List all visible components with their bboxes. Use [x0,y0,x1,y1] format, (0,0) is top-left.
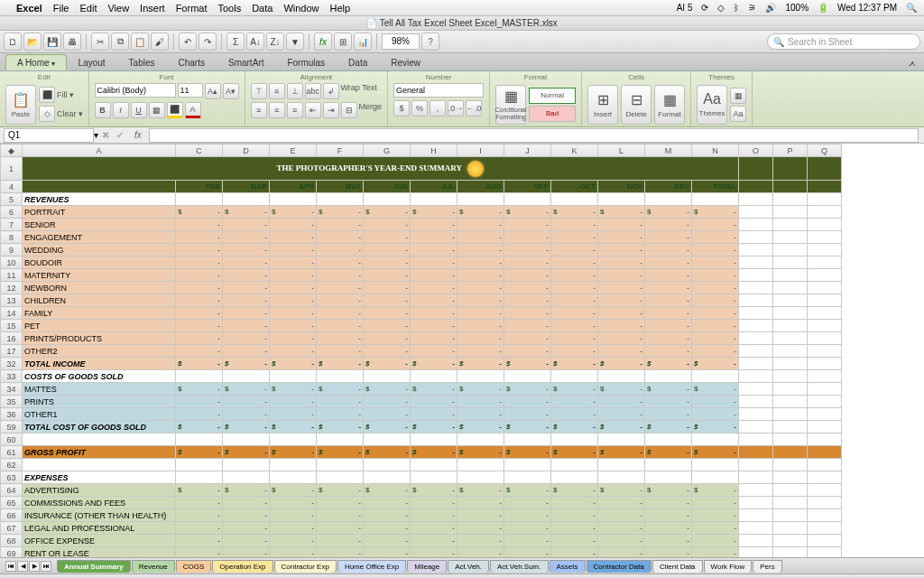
decrease-decimal-button[interactable]: ←.0 [466,100,482,117]
align-left-button[interactable]: ≡ [251,102,267,118]
tab-nav-first[interactable]: ⏮ [5,561,16,572]
row-header[interactable]: 34 [1,383,23,396]
column-header[interactable]: H [411,144,457,157]
menu-help[interactable]: Help [330,3,351,14]
tab-nav-next[interactable]: ▶ [29,561,40,572]
row-header[interactable]: 11 [1,269,23,282]
number-format-select[interactable] [393,83,484,98]
column-header[interactable]: A [23,144,176,157]
sheet-tab[interactable]: Contractor Data [587,560,651,573]
sheet-tab[interactable]: Home Office Exp [337,560,406,573]
tab-tables[interactable]: Tables [117,54,167,70]
column-header[interactable]: N [692,144,739,157]
column-header[interactable]: F [317,144,364,157]
tab-review[interactable]: Review [379,54,432,70]
tab-data[interactable]: Data [337,54,379,70]
conditional-formatting-button[interactable]: ▦Conditional Formatting [495,85,526,125]
column-header[interactable]: D [223,144,270,157]
row-header[interactable]: 67 [1,522,23,535]
tab-smartart[interactable]: SmartArt [217,54,275,70]
paste-button[interactable]: 📋 [131,33,149,51]
sheet-tab[interactable]: Pers [753,560,781,573]
row-header[interactable]: 66 [1,509,23,522]
row-header[interactable]: 5 [1,193,23,206]
increase-decimal-button[interactable]: .0→ [448,100,464,117]
font-color-button[interactable]: A [185,102,201,118]
new-button[interactable]: 🗋 [4,33,22,51]
percent-button[interactable]: % [411,100,428,117]
sheet-tab[interactable]: Work Flow [704,560,753,573]
sheet-tab[interactable]: Mileage [407,560,447,573]
show-formulas-button[interactable]: ⊞ [334,33,352,51]
merge-button[interactable]: ⊟ [341,102,357,118]
column-header[interactable]: M [645,144,692,157]
ribbon-collapse[interactable]: ㅅ [908,58,917,70]
format-painter-button[interactable]: 🖌 [151,33,169,51]
name-box[interactable]: Q1 [4,128,94,143]
row-header[interactable]: 15 [1,320,23,332]
row-header[interactable]: 32 [1,358,23,370]
autosum-button[interactable]: Σ [226,33,245,51]
currency-button[interactable]: $ [393,100,410,117]
accept-formula-icon[interactable]: ✔ [116,130,124,140]
row-header[interactable]: 16 [1,332,23,345]
sheet-tab[interactable]: Annual Summary [57,560,131,573]
menu-view[interactable]: View [107,3,129,14]
align-center-button[interactable]: ≡ [269,102,285,118]
column-header[interactable]: K [551,144,598,157]
underline-button[interactable]: U [131,102,147,118]
row-header[interactable]: 6 [1,206,23,219]
cut-button[interactable]: ✂ [91,33,109,51]
sheet-tab[interactable]: Assets [550,560,586,573]
row-header[interactable]: 61 [1,446,23,459]
column-header[interactable]: P [773,144,808,157]
row-header[interactable]: 9 [1,244,23,256]
tab-nav-last[interactable]: ⏭ [41,561,51,572]
fill-button[interactable]: ⬛ [39,87,55,103]
sheet-tab[interactable]: Operation Exp [212,560,273,573]
column-header[interactable]: E [270,144,317,157]
print-button[interactable]: 🖶 [63,33,81,51]
row-header[interactable]: 8 [1,231,23,244]
column-header[interactable]: C [176,144,223,157]
sheet-tab[interactable]: Client Data [652,560,703,573]
menu-insert[interactable]: Insert [140,3,165,14]
column-header[interactable]: ◆ [1,144,23,157]
font-size-input[interactable] [178,83,203,98]
row-header[interactable]: 68 [1,535,23,547]
theme-fonts-button[interactable]: Aa [730,106,746,122]
align-right-button[interactable]: ≡ [287,102,303,118]
row-header[interactable]: 12 [1,282,23,294]
row-header[interactable]: 17 [1,345,23,358]
row-header[interactable]: 13 [1,294,23,307]
themes-button[interactable]: AaThemes [697,85,727,125]
delete-cells-button[interactable]: ⊟Delete [621,85,651,125]
menu-edit[interactable]: Edit [79,3,97,14]
undo-button[interactable]: ↶ [179,33,197,51]
menu-format[interactable]: Format [176,3,208,14]
decrease-indent-button[interactable]: ⇤ [305,102,321,118]
sort-asc-button[interactable]: A↓ [246,33,264,51]
theme-colors-button[interactable]: ▦ [730,88,746,104]
increase-indent-button[interactable]: ⇥ [323,102,339,118]
column-header[interactable]: J [504,144,551,157]
fx-icon[interactable]: fx [134,130,142,140]
redo-button[interactable]: ↷ [199,33,217,51]
cancel-formula-icon[interactable]: ✖ [102,130,109,140]
sheet-tab[interactable]: Act.Veh. [448,560,489,573]
menu-data[interactable]: Data [252,3,273,14]
row-header[interactable]: 64 [1,484,23,497]
menu-tools[interactable]: Tools [217,3,241,14]
row-header[interactable]: 7 [1,219,23,231]
menu-file[interactable]: File [53,3,69,14]
align-top-button[interactable]: ⊤ [251,83,267,99]
paste-bigbutton[interactable]: 📋Paste [5,85,36,125]
formula-input[interactable] [149,128,919,143]
sheet-tab[interactable]: Act.Veh.Sum. [490,560,548,573]
sheet-tab[interactable]: Contractor Exp [274,560,337,573]
menu-window[interactable]: Window [283,3,319,14]
border-button[interactable]: ▦ [149,102,165,118]
column-header[interactable]: L [598,144,645,157]
sort-desc-button[interactable]: Z↓ [266,33,284,51]
column-header[interactable]: Q [808,144,842,157]
